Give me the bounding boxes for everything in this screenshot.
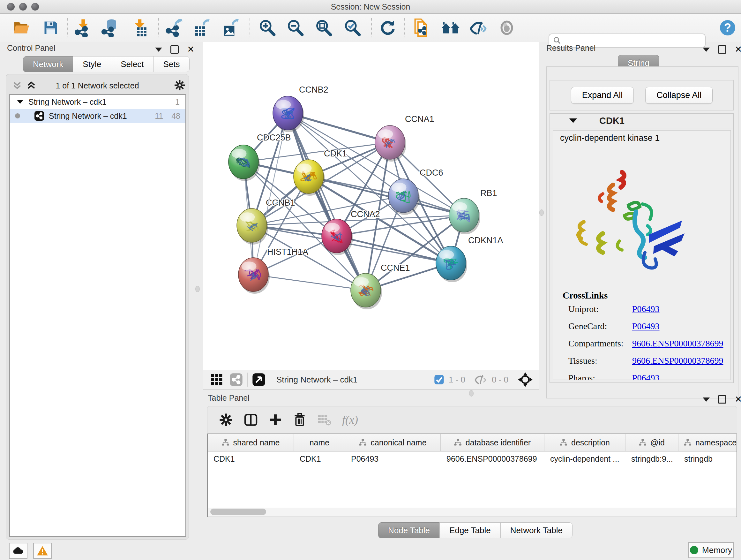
column-header--id[interactable]: @id (625, 434, 678, 451)
toolbar-separator (513, 373, 513, 387)
node-table[interactable]: shared namenamecanonical namedatabase id… (207, 434, 737, 517)
tab-select[interactable]: Select (111, 56, 153, 72)
crosslink-label: Uniprot: (568, 304, 632, 314)
scrollbar-thumb[interactable] (210, 509, 266, 515)
delete-table-icon[interactable] (317, 414, 331, 426)
horizontal-scrollbar[interactable] (208, 508, 736, 516)
options-gear-icon[interactable] (174, 79, 185, 91)
zoom-out-icon[interactable] (285, 17, 306, 38)
control-panel-tabs: Network Style Select Sets (23, 56, 190, 72)
column-header-name[interactable]: name (294, 434, 345, 451)
table-cell[interactable]: 9606.ENSP00000378699 (441, 451, 544, 466)
import-network-file-icon[interactable] (73, 17, 93, 38)
refresh-icon[interactable] (378, 17, 398, 38)
network-row[interactable]: String Network – cdk1 11 48 (10, 109, 185, 123)
show-panels-icon[interactable] (496, 17, 517, 38)
hidden-eye-icon[interactable] (475, 374, 488, 385)
column-header-namespace[interactable]: namespace (678, 434, 737, 451)
fit-selected-crosshair-icon[interactable] (518, 372, 533, 387)
tab-sets[interactable]: Sets (153, 56, 190, 72)
home-icon[interactable] (441, 17, 461, 38)
table-row[interactable]: CDK1CDK1P064939606.ENSP00000378699cyclin… (208, 451, 737, 466)
table-cell[interactable]: cyclin-dependent ... (544, 451, 625, 466)
hide-panels-icon[interactable] (468, 17, 489, 38)
grid-view-icon[interactable] (210, 373, 223, 386)
node-description: cyclin-dependent kinase 1 (560, 133, 660, 143)
network-node-rb1[interactable]: RB1 (449, 188, 497, 234)
column-header-shared-name[interactable]: shared name (208, 434, 294, 451)
crosslink-row: GeneCard:P06493 (568, 321, 729, 331)
network-view-canvas[interactable]: CCNB2CCNA1CDC25BCDK1CDC6RB1CCNB1CCNA2CDK… (203, 42, 539, 370)
tab-edge-table[interactable]: Edge Table (440, 522, 501, 538)
network-node-hist1h1a[interactable]: HIST1H1A (239, 247, 308, 294)
section-expander-icon[interactable] (569, 118, 577, 123)
crosslink-link[interactable]: P06493 (632, 304, 660, 314)
delete-column-icon[interactable] (293, 413, 307, 427)
table-cell[interactable]: stringdb:9... (625, 451, 678, 466)
window-title: Session: New Session (0, 2, 741, 11)
show-columns-icon[interactable] (244, 413, 258, 427)
panel-menu-icon[interactable] (703, 48, 710, 52)
table-cell[interactable]: CDK1 (294, 451, 345, 466)
tab-network[interactable]: Network (23, 56, 73, 72)
warnings-button[interactable] (33, 543, 52, 559)
network-edge[interactable] (288, 113, 366, 290)
network-graph[interactable]: CCNB2CCNA1CDC25BCDK1CDC6RB1CCNB1CCNA2CDK… (203, 42, 539, 370)
cloud-status-button[interactable] (9, 543, 27, 559)
import-table-icon[interactable] (129, 17, 150, 38)
panel-float-icon[interactable] (718, 395, 726, 403)
export-image-icon[interactable] (220, 17, 241, 38)
crosslink-link[interactable]: P06493 (632, 373, 660, 380)
birdseye-view-icon[interactable] (252, 373, 266, 386)
zoom-selected-icon[interactable] (342, 17, 362, 38)
function-builder-icon[interactable]: f(x) (342, 413, 358, 427)
splitter-handle[interactable] (195, 286, 200, 292)
network-node-ccna1[interactable]: CCNA1 (375, 114, 434, 162)
save-session-icon[interactable] (41, 17, 61, 38)
network-node-ccnb2[interactable]: CCNB2 (273, 85, 328, 132)
export-table-icon[interactable] (192, 17, 212, 38)
panel-menu-icon[interactable] (155, 48, 162, 52)
crosslink-link[interactable]: 9606.ENSP00000378699 (632, 338, 723, 349)
crosslink-row: Uniprot:P06493 (568, 304, 729, 314)
tree-expander-icon[interactable] (17, 100, 23, 104)
table-cell[interactable]: CDK1 (208, 451, 294, 466)
crosslink-link[interactable]: P06493 (632, 321, 660, 331)
network-collection-row[interactable]: String Network – cdk1 1 (10, 95, 185, 109)
table-cell[interactable]: P06493 (345, 451, 441, 466)
open-session-icon[interactable] (11, 17, 32, 38)
tab-network-table[interactable]: Network Table (500, 522, 572, 538)
table-options-gear-icon[interactable] (219, 413, 233, 427)
memory-button[interactable]: Memory (688, 542, 734, 558)
panel-close-icon[interactable]: ✕ (735, 396, 741, 402)
column-header-description[interactable]: description (544, 434, 625, 451)
zoom-fit-icon[interactable] (313, 17, 334, 38)
selected-checkbox-icon[interactable] (434, 374, 444, 385)
column-header-canonical-name[interactable]: canonical name (345, 434, 441, 451)
crosslink-link[interactable]: 9606.ENSP00000378699 (632, 356, 723, 366)
network-node-ccnb1[interactable]: CCNB1 (237, 198, 295, 245)
export-network-icon[interactable] (164, 17, 185, 38)
toolbar-separator (67, 18, 68, 37)
tab-style[interactable]: Style (73, 56, 111, 72)
add-column-icon[interactable] (269, 413, 282, 427)
column-header-database-identifier[interactable]: database identifier (441, 434, 544, 451)
network-node-ccne1[interactable]: CCNE1 (351, 263, 410, 309)
node-section-header[interactable]: CDK1 (550, 114, 733, 128)
help-icon[interactable]: ? (718, 17, 738, 38)
expand-all-button[interactable]: Expand All (571, 87, 634, 104)
tab-node-table[interactable]: Node Table (378, 522, 440, 538)
zoom-in-icon[interactable] (257, 17, 277, 38)
network-view-mode-icon[interactable] (229, 373, 243, 386)
panel-menu-icon[interactable] (703, 397, 710, 401)
panel-close-icon[interactable]: ✕ (187, 46, 194, 53)
panel-float-icon[interactable] (718, 45, 726, 54)
import-network-database-icon[interactable] (100, 17, 120, 38)
network-edge[interactable] (253, 274, 366, 290)
panel-close-icon[interactable]: ✕ (735, 46, 741, 53)
share-document-icon[interactable] (412, 17, 432, 38)
network-node-cdkn1a[interactable]: CDKN1A (436, 236, 503, 282)
table-cell[interactable]: stringdb (678, 451, 737, 466)
collapse-all-button[interactable]: Collapse All (645, 87, 713, 104)
panel-float-icon[interactable] (171, 45, 179, 54)
